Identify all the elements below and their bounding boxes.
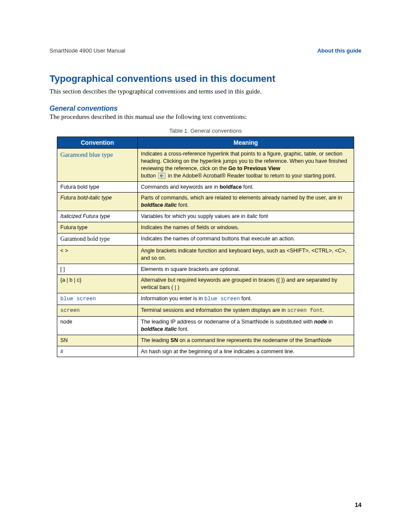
table-row: Futura type Indicates the names of field… [57,222,354,233]
convention-label: Italicized Futura type [57,211,138,222]
table-row: Futura bold type Commands and keywords a… [57,181,354,193]
convention-label: Futura bold type [57,181,138,193]
table-row: Futura bold-italic type Parts of command… [57,193,354,211]
table-row: blue screen Information you enter is in … [57,293,354,305]
convention-label: # [57,346,138,357]
table-row: SN The leading SN on a command line repr… [57,335,354,346]
table-row: Garamond bold type Indicates the names o… [57,233,354,245]
table-row: node The leading IP address or nodename … [57,316,354,335]
table-row: {a | b | c} Alternative but required key… [57,275,354,293]
convention-label: screen [60,308,80,314]
back-arrow-icon [158,173,165,179]
table-row: Italicized Futura type Variables for whi… [57,211,354,222]
header-section-name: About this guide [317,47,361,54]
table-caption: Table 1. General conventions [50,128,361,134]
convention-label: < > [57,245,138,264]
meaning-cell: Terminal sessions and information the sy… [138,305,354,317]
meaning-cell: Information you enter is in blue screen … [138,293,354,305]
meaning-cell: Variables for which you supply values ar… [138,211,354,222]
table-row: [ ] Elements in square brackets are opti… [57,264,354,275]
convention-label: blue screen [60,296,96,302]
header-doc-title: SmartNode 4900 User Manual [50,47,125,54]
meaning-cell: Indicates the names of command buttons t… [138,233,354,245]
meaning-cell: Alternative but required keywords are gr… [138,275,354,293]
page-header: SmartNode 4900 User Manual About this gu… [50,47,361,54]
meaning-cell: Elements in square brackets are optional… [138,264,354,275]
convention-label: SN [57,335,138,346]
section-intro: This section describes the typographical… [50,88,361,95]
meaning-cell: An hash sign at the beginning of a line … [138,346,354,357]
meaning-cell: The leading SN on a command line represe… [138,335,354,346]
convention-label: Futura bold-italic type [57,193,138,211]
table-row: < > Angle brackets indicate function and… [57,245,354,264]
col-header-meaning: Meaning [138,137,354,149]
subsection-intro: The procedures described in this manual … [50,113,361,121]
convention-label: Futura type [57,222,138,233]
col-header-convention: Convention [57,137,138,149]
conventions-table: Convention Meaning Garamond blue type In… [57,137,354,357]
convention-label: Garamond blue type [60,151,113,158]
convention-label: [ ] [57,264,138,275]
table-row: # An hash sign at the beginning of a lin… [57,346,354,357]
meaning-cell: Commands and keywords are in boldface fo… [138,181,354,193]
meaning-cell: Angle brackets indicate function and key… [138,245,354,264]
table-row: screen Terminal sessions and information… [57,305,354,317]
meaning-cell: Parts of commands, which are related to … [138,193,354,211]
subsection-heading: General conventions [50,105,361,112]
meaning-cell: The leading IP address or nodename of a … [138,316,354,335]
section-heading: Typographical conventions used in this d… [50,73,361,84]
meaning-cell: Indicates a cross-reference hyperlink th… [138,149,354,182]
convention-label: Garamond bold type [57,233,138,245]
document-page: SmartNode 4900 User Manual About this gu… [0,0,411,532]
table-row: Garamond blue type Indicates a cross-ref… [57,149,354,182]
convention-label: {a | b | c} [57,275,138,293]
meaning-cell: Indicates the names of fields or windows… [138,222,354,233]
convention-label: node [57,316,138,335]
page-number: 14 [355,501,361,508]
